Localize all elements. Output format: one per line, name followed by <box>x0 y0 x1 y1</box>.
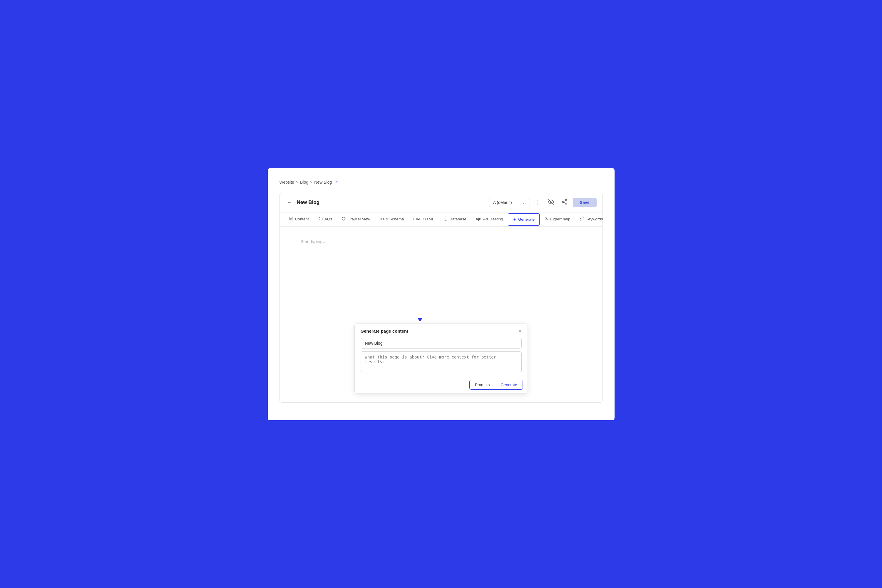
header-actions: A (default) ⌄ ⋮ Save <box>489 197 597 208</box>
generate-panel-header: Generate page content × <box>355 324 528 338</box>
back-button[interactable]: ← <box>286 198 293 207</box>
share-button[interactable] <box>559 197 570 208</box>
schema-icon: JSON <box>380 218 388 220</box>
svg-point-2 <box>562 201 564 202</box>
tab-faqs[interactable]: ? FAQs <box>314 213 337 226</box>
content-icon <box>289 217 293 222</box>
tabs-bar: Content ? FAQs Crawler view JSON Schema … <box>280 213 603 226</box>
chevron-down-icon: ⌄ <box>522 200 525 205</box>
preview-button[interactable] <box>546 197 556 208</box>
tab-html[interactable]: HTML HTML <box>408 213 439 226</box>
more-options-button[interactable]: ⋮ <box>533 198 543 207</box>
tab-keywords-label: Keywords <box>585 217 603 221</box>
generate-name-input[interactable] <box>361 338 522 348</box>
generate-icon: ✦ <box>513 217 516 222</box>
tab-abtesting[interactable]: A|B A/B Testing <box>471 213 508 226</box>
svg-point-11 <box>444 217 447 218</box>
external-link-icon[interactable]: ↗ <box>335 180 338 184</box>
eye-off-icon <box>548 199 554 206</box>
plus-icon: + <box>294 238 298 244</box>
generate-panel-title: Generate page content <box>361 328 408 333</box>
tab-generate-label: Generate <box>518 217 535 222</box>
page-title: New Blog <box>297 200 485 206</box>
prompts-button[interactable]: Prompts <box>470 380 495 389</box>
tab-experthelp-label: Expert help <box>550 217 570 221</box>
generate-button[interactable]: Generate <box>495 380 522 389</box>
generate-panel-footer: Prompts Generate <box>355 377 528 393</box>
arrow-line <box>420 303 420 318</box>
breadcrumb-blog[interactable]: Blog <box>300 180 308 184</box>
svg-point-3 <box>565 203 567 204</box>
tab-generate[interactable]: ✦ Generate <box>508 213 540 226</box>
tab-database[interactable]: Database <box>439 213 471 226</box>
faqs-icon: ? <box>318 217 321 221</box>
tab-faqs-label: FAQs <box>322 217 332 221</box>
editor-body: + Start typing... <box>280 226 603 303</box>
tab-html-label: HTML <box>423 217 434 221</box>
editor-panel: ← New Blog A (default) ⌄ ⋮ <box>279 193 603 403</box>
arrow-visual <box>418 303 422 322</box>
generate-panel-close-button[interactable]: × <box>519 328 521 334</box>
tab-keywords[interactable]: Keywords <box>575 213 608 226</box>
tab-content-label: Content <box>295 217 309 221</box>
experthelp-icon <box>544 217 548 222</box>
svg-point-10 <box>343 218 345 219</box>
svg-line-5 <box>564 200 566 201</box>
tab-content[interactable]: Content <box>285 213 314 226</box>
html-icon: HTML <box>413 218 422 220</box>
breadcrumb-sep-1: > <box>296 180 298 184</box>
svg-line-4 <box>564 202 566 203</box>
editor-header: ← New Blog A (default) ⌄ ⋮ <box>280 193 603 213</box>
share-icon <box>562 199 567 206</box>
generate-context-textarea[interactable] <box>361 351 522 372</box>
keywords-icon <box>580 217 584 222</box>
tab-abtesting-label: A/B Testing <box>483 217 503 221</box>
more-icon: ⋮ <box>535 199 540 206</box>
svg-point-12 <box>546 217 547 218</box>
generate-panel-wrapper: Generate page content × Prompts Generate <box>280 324 603 402</box>
tab-database-label: Database <box>449 217 466 221</box>
tab-schema[interactable]: JSON Schema <box>375 213 409 226</box>
footer-btn-group: Prompts Generate <box>470 380 523 390</box>
svg-point-1 <box>565 199 567 201</box>
arrow-head <box>418 318 422 322</box>
abtesting-icon: A|B <box>476 217 482 220</box>
version-dropdown[interactable]: A (default) ⌄ <box>489 198 530 207</box>
database-icon <box>444 217 448 222</box>
breadcrumb-website[interactable]: Website <box>279 180 294 184</box>
generate-panel: Generate page content × Prompts Generate <box>354 324 528 393</box>
tab-schema-label: Schema <box>389 217 404 221</box>
tab-experthelp[interactable]: Expert help <box>540 213 575 226</box>
breadcrumb-new-blog[interactable]: New Blog <box>314 180 332 184</box>
tab-crawler-label: Crawler view <box>347 217 370 221</box>
breadcrumb: Website > Blog > New Blog ↗ <box>279 180 603 184</box>
arrow-container <box>280 303 603 324</box>
dropdown-value: A (default) <box>493 200 512 205</box>
main-card: Website > Blog > New Blog ↗ ← New Blog A… <box>268 168 615 420</box>
editor-placeholder: Start typing... <box>300 239 326 244</box>
save-button[interactable]: Save <box>573 198 597 207</box>
generate-panel-body <box>355 338 528 377</box>
tab-crawler[interactable]: Crawler view <box>337 213 375 226</box>
breadcrumb-sep-2: > <box>310 180 312 184</box>
start-typing-area[interactable]: + Start typing... <box>294 238 588 244</box>
crawler-icon <box>342 217 346 222</box>
